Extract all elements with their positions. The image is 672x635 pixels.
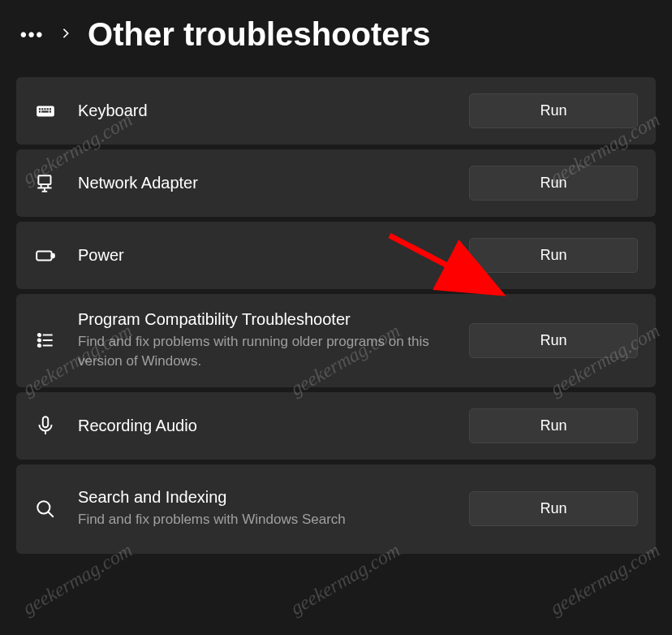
troubleshooter-list: Keyboard Run Network Adapter Run [0,77,672,554]
svg-point-19 [38,339,41,342]
troubleshooter-item-power: Power Run [16,222,656,289]
item-title: Network Adapter [78,174,448,192]
troubleshooter-item-search-indexing: Search and Indexing Find and fix problem… [16,464,656,554]
program-compatibility-icon [34,329,57,352]
svg-rect-16 [52,253,54,257]
power-icon [34,244,57,267]
run-button-search-indexing[interactable]: Run [469,491,638,526]
microphone-icon [34,414,57,437]
breadcrumb-header: ••• Other troubleshooters [0,0,672,77]
keyboard-icon [34,100,57,123]
item-description: Find and fix problems with running older… [78,332,448,371]
svg-point-25 [37,501,50,513]
svg-rect-23 [43,417,49,427]
svg-rect-5 [50,108,51,110]
svg-rect-3 [44,108,45,110]
item-description: Find and fix problems with Windows Searc… [78,510,448,529]
troubleshooter-item-keyboard: Keyboard Run [16,77,656,145]
troubleshooter-item-program-compatibility: Program Compatibility Troubleshooter Fin… [16,294,656,387]
network-adapter-icon [34,172,57,195]
svg-rect-1 [39,108,41,110]
breadcrumb-ellipsis[interactable]: ••• [20,24,44,45]
svg-rect-15 [37,251,51,260]
svg-point-21 [38,344,41,347]
run-button-power[interactable]: Run [469,238,638,273]
svg-rect-2 [41,108,43,110]
item-text: Search and Indexing Find and fix problem… [78,488,448,529]
chevron-right-icon [60,26,71,43]
item-title: Search and Indexing [78,488,448,507]
run-button-network-adapter[interactable]: Run [469,166,638,201]
svg-rect-8 [50,110,51,112]
item-title: Recording Audio [78,417,448,435]
run-button-program-compatibility[interactable]: Run [469,323,638,358]
run-button-keyboard[interactable]: Run [469,93,638,128]
item-text: Program Compatibility Troubleshooter Fin… [78,310,448,371]
svg-point-17 [38,334,41,336]
search-icon [34,498,57,521]
item-title: Power [78,246,448,265]
item-title: Program Compatibility Troubleshooter [78,310,448,329]
run-button-recording-audio[interactable]: Run [469,408,638,443]
svg-rect-4 [47,108,49,110]
page-title: Other troubleshooters [88,16,430,53]
svg-rect-7 [41,110,49,112]
item-text: Power [78,246,448,265]
svg-line-26 [48,512,54,517]
item-text: Recording Audio [78,417,448,435]
item-text: Keyboard [78,102,448,120]
troubleshooter-item-recording-audio: Recording Audio Run [16,392,656,460]
svg-rect-9 [38,175,50,184]
svg-rect-6 [39,110,41,112]
item-title: Keyboard [78,102,448,120]
item-text: Network Adapter [78,174,448,192]
troubleshooter-item-network-adapter: Network Adapter Run [16,149,656,217]
